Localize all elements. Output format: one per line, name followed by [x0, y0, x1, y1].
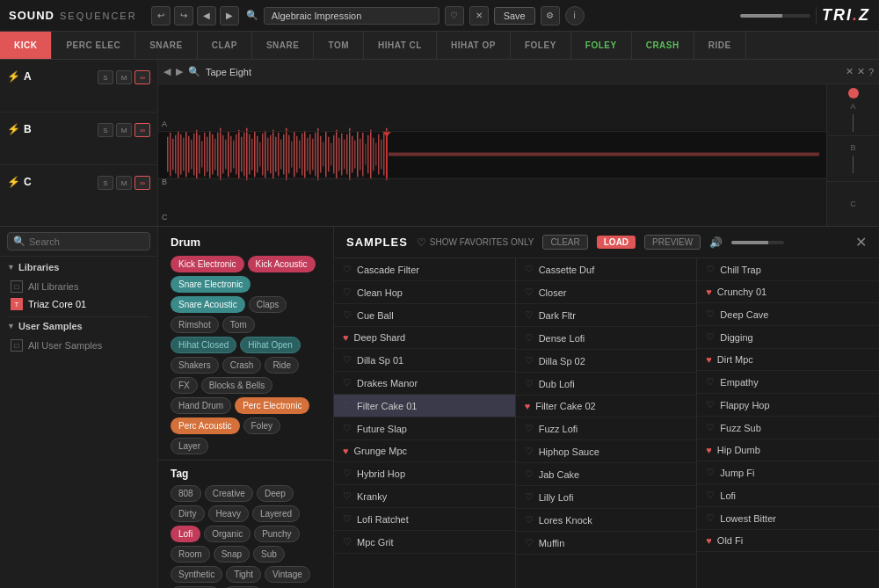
track-a-link[interactable]: ∞ — [134, 70, 150, 84]
user-samples-all[interactable]: □ All User Samples — [7, 337, 150, 354]
library-triaz-core[interactable]: T Triaz Core 01 — [7, 295, 150, 313]
tab-snare1[interactable]: SNARE — [135, 32, 198, 59]
heart-fuzz-sub[interactable]: ♡ — [706, 422, 715, 433]
chip-layer[interactable]: Layer — [171, 438, 208, 454]
chip-perc-acoustic[interactable]: Perc Acoustic — [171, 417, 240, 434]
chip-kick-acoustic[interactable]: Kick Acoustic — [248, 256, 316, 272]
waveform-prev[interactable]: ◀ — [163, 66, 171, 77]
sample-dilla-sp02[interactable]: ♡ Dilla Sp 02 — [516, 350, 697, 373]
track-a-solo[interactable]: S — [98, 70, 113, 84]
sample-closer[interactable]: ♡ Closer — [516, 281, 697, 304]
redo-button[interactable]: ↪ — [174, 6, 193, 25]
sample-fuzz-lofi[interactable]: ♡ Fuzz Lofi — [516, 417, 697, 440]
waveform-name-input[interactable] — [206, 67, 840, 77]
track-c-link[interactable]: ∞ — [134, 176, 150, 190]
sample-hip-dumb[interactable]: ♥ Hip Dumb — [697, 439, 879, 461]
heart-closer[interactable]: ♡ — [525, 287, 534, 298]
user-samples-header[interactable]: ▼ User Samples — [7, 321, 150, 331]
load-button[interactable]: LOAD — [597, 236, 636, 249]
sample-grunge-mpc[interactable]: ♥ Grunge Mpc — [334, 440, 515, 462]
heart-grunge-mpc[interactable]: ♥ — [343, 446, 349, 456]
chip-blocks-bells[interactable]: Blocks & Bells — [201, 377, 272, 394]
tag-vintage[interactable]: Vintage — [265, 566, 310, 583]
tool-icon[interactable]: ⚙ — [541, 6, 560, 25]
tag-layered[interactable]: Layered — [252, 505, 300, 522]
chip-fx[interactable]: FX — [171, 377, 198, 394]
chip-snare-electronic[interactable]: Snare Electronic — [171, 276, 251, 293]
tag-dirty[interactable]: Dirty — [171, 505, 205, 522]
heart-hip-dumb[interactable]: ♥ — [706, 445, 712, 455]
sample-mpc-grit[interactable]: ♡ Mpc Grit — [334, 531, 515, 554]
heart-dub-lofi[interactable]: ♡ — [525, 378, 534, 389]
preview-volume-slider[interactable] — [731, 241, 784, 244]
tag-creative[interactable]: Creative — [205, 485, 253, 502]
heart-cue-ball[interactable]: ♡ — [343, 309, 352, 321]
tab-clap[interactable]: CLAP — [198, 32, 252, 59]
tab-foley2[interactable]: FOLEY — [571, 32, 632, 59]
track-b-mute[interactable]: M — [116, 123, 132, 137]
tab-hihat-op[interactable]: HIHAT OP — [437, 32, 511, 59]
heart-hybrid-hop[interactable]: ♡ — [343, 468, 352, 479]
heart-lofi[interactable]: ♡ — [706, 490, 715, 501]
show-favorites-button[interactable]: ♡ SHOW FAVORITES ONLY — [417, 236, 534, 249]
tag-sub[interactable]: Sub — [253, 546, 285, 563]
heart-lowest-bitter[interactable]: ♡ — [706, 512, 715, 524]
tag-room[interactable]: Room — [171, 546, 210, 563]
chip-perc-electronic[interactable]: Perc Electronic — [235, 397, 309, 414]
sample-filter-cake-01[interactable]: ♡ Filter Cake 01 — [334, 395, 515, 417]
chip-ride[interactable]: Ride — [265, 357, 299, 374]
heart-lilly-lofi[interactable]: ♡ — [525, 491, 534, 503]
waveform-x2[interactable]: ✕ — [857, 66, 865, 77]
sample-lofi-ratchet[interactable]: ♡ Lofi Ratchet — [334, 508, 515, 531]
heart-cassette-duf[interactable]: ♡ — [525, 264, 534, 275]
heart-lores-knock[interactable]: ♡ — [525, 514, 534, 526]
master-volume-slider[interactable] — [740, 14, 810, 18]
heart-jump-fi[interactable]: ♡ — [706, 467, 715, 478]
tab-crash[interactable]: CRASH — [632, 32, 694, 59]
heart-old-fi[interactable]: ♥ — [706, 535, 712, 546]
heart-deep-cave[interactable]: ♡ — [706, 309, 715, 320]
info-icon[interactable]: i — [565, 6, 585, 25]
sample-dilla-sp01[interactable]: ♡ Dilla Sp 01 — [334, 349, 515, 372]
heart-digging[interactable]: ♡ — [706, 331, 715, 343]
tab-kick[interactable]: KICK — [0, 32, 52, 59]
tag-snap[interactable]: Snap — [214, 546, 250, 563]
heart-filter-cake-01[interactable]: ♡ — [343, 400, 352, 411]
sample-filter-cake-02[interactable]: ♥ Filter Cake 02 — [516, 396, 697, 417]
preview-button[interactable]: PREVIEW — [644, 235, 701, 250]
heart-dirt-mpc[interactable]: ♥ — [706, 354, 712, 365]
sample-crunchy-01[interactable]: ♥ Crunchy 01 — [697, 281, 879, 303]
sample-lofi[interactable]: ♡ Lofi — [697, 484, 879, 507]
sample-old-fi[interactable]: ♥ Old Fi — [697, 530, 879, 552]
sample-clean-hop[interactable]: ♡ Clean Hop — [334, 281, 515, 304]
heart-dark-fltr[interactable]: ♡ — [525, 309, 534, 321]
chip-crash[interactable]: Crash — [222, 357, 262, 374]
project-title-input[interactable] — [264, 7, 440, 25]
favorite-icon[interactable]: ♡ — [445, 6, 464, 25]
heart-lofi-ratchet[interactable]: ♡ — [343, 513, 352, 525]
clear-button[interactable]: CLEAR — [542, 235, 587, 250]
sample-dub-lofi[interactable]: ♡ Dub Lofi — [516, 373, 697, 396]
libraries-header[interactable]: ▼ Libraries — [7, 262, 150, 272]
tag-tight[interactable]: Tight — [226, 566, 261, 583]
heart-kranky[interactable]: ♡ — [343, 490, 352, 502]
tag-lofi[interactable]: Lofi — [171, 526, 200, 542]
track-c-solo[interactable]: S — [98, 176, 113, 190]
heart-clean-hop[interactable]: ♡ — [343, 287, 352, 298]
sample-hybrid-hop[interactable]: ♡ Hybrid Hop — [334, 462, 515, 485]
delete-icon[interactable]: ✕ — [469, 6, 489, 25]
heart-future-slap[interactable]: ♡ — [343, 423, 352, 434]
heart-fuzz-lofi[interactable]: ♡ — [525, 423, 534, 434]
track-c-mute[interactable]: M — [116, 176, 132, 190]
track-b-solo[interactable]: S — [98, 123, 113, 137]
tag-deep[interactable]: Deep — [257, 485, 294, 502]
waveform-x1[interactable]: ✕ — [846, 66, 854, 77]
sample-dirt-mpc[interactable]: ♥ Dirt Mpc — [697, 349, 879, 371]
sample-drakes-manor[interactable]: ♡ Drakes Manor — [334, 372, 515, 395]
sample-lilly-lofi[interactable]: ♡ Lilly Lofi — [516, 486, 697, 509]
sample-fuzz-sub[interactable]: ♡ Fuzz Sub — [697, 417, 879, 439]
sample-cassette-duf[interactable]: ♡ Cassette Duf — [516, 258, 697, 281]
heart-muffin[interactable]: ♡ — [525, 537, 534, 548]
heart-dilla-sp02[interactable]: ♡ — [525, 355, 534, 367]
samples-close-button[interactable]: ✕ — [855, 234, 867, 250]
